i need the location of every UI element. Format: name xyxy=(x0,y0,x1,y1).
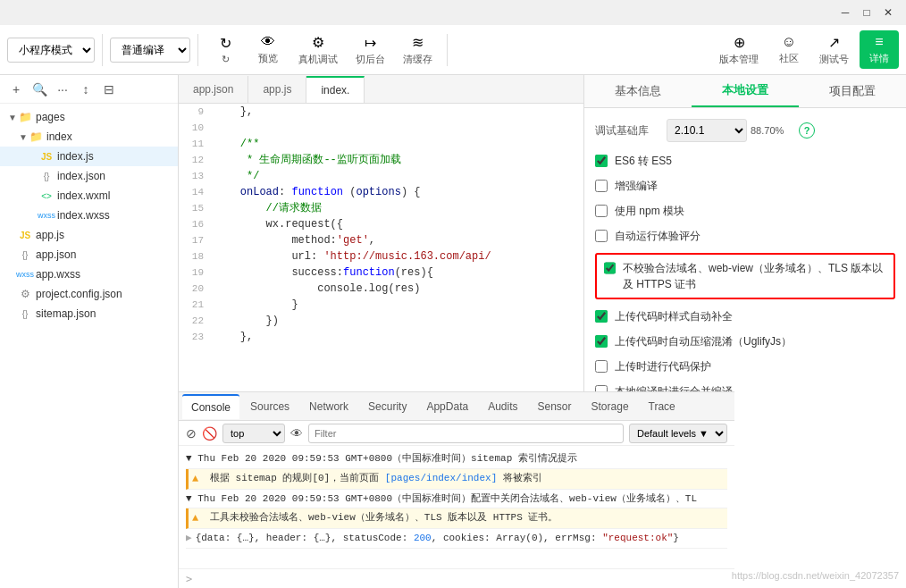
tree-item-sitemap[interactable]: {} sitemap.json xyxy=(0,304,178,323)
tab-index-js[interactable]: index. xyxy=(306,76,365,103)
line-number: 19 xyxy=(179,265,211,281)
protect-checkbox[interactable] xyxy=(595,360,608,373)
divider-1 xyxy=(102,34,103,66)
tab-audits[interactable]: Audits xyxy=(479,394,526,419)
clearcache-button[interactable]: ≋ 清缓存 xyxy=(396,30,440,70)
compile-group: 普通编译 xyxy=(110,38,190,63)
preview-icon: 👁 xyxy=(261,34,275,50)
tree-arrow xyxy=(7,230,18,240)
eye-icon[interactable]: 👁 xyxy=(290,426,303,441)
tab-security[interactable]: Security xyxy=(359,394,415,419)
maximize-button[interactable]: □ xyxy=(856,4,877,21)
tree-arrow xyxy=(29,190,39,201)
tab-basic-info[interactable]: 基本信息 xyxy=(584,75,692,107)
line-content xyxy=(211,120,583,136)
tab-network[interactable]: Network xyxy=(300,394,357,419)
enhanced-checkbox[interactable] xyxy=(595,180,608,192)
context-select[interactable]: top xyxy=(222,424,285,443)
tree-item-index-folder[interactable]: ▼ 📁 index xyxy=(0,127,178,147)
help-button[interactable]: ? xyxy=(799,122,815,139)
tab-sensor[interactable]: Sensor xyxy=(529,394,581,419)
setting-npm: 使用 npm 模块 xyxy=(595,203,895,219)
panel-tabs: 基本信息 本地设置 项目配置 xyxy=(584,75,906,108)
tab-console[interactable]: Console xyxy=(182,394,239,419)
code-line: 23 }, xyxy=(179,329,583,345)
search-file-button[interactable]: 🔍 xyxy=(30,80,48,98)
tree-item-index-js[interactable]: JS index.js xyxy=(0,147,178,166)
code-line: 14 onLoad: function (options) { xyxy=(179,184,583,200)
tab-app-js[interactable]: app.js xyxy=(248,76,306,103)
version-select[interactable]: 2.10.1 xyxy=(667,119,747,142)
sort-button[interactable]: ↕ xyxy=(77,80,95,98)
tab-sources[interactable]: Sources xyxy=(241,394,298,419)
levels-select[interactable]: Default levels ▼ xyxy=(629,424,727,443)
tree-item-app-json[interactable]: {} app.json xyxy=(0,245,178,265)
backend-button[interactable]: ↦ 切后台 xyxy=(348,30,392,70)
tab-project-config[interactable]: 项目配置 xyxy=(799,75,906,107)
line-content: wx.request({ xyxy=(211,216,583,232)
tree-arrow: ▼ xyxy=(18,131,29,142)
more-options-button[interactable]: ··· xyxy=(54,80,71,98)
add-file-button[interactable]: + xyxy=(7,80,25,98)
details-button[interactable]: ≡ 详情 xyxy=(860,30,899,69)
line-number: 23 xyxy=(179,329,211,345)
json-icon: {} xyxy=(18,307,32,321)
log-text: ▼ Thu Feb 20 2020 09:59:53 GMT+0800（中国标准… xyxy=(186,491,727,507)
compress-checkbox[interactable] xyxy=(595,335,608,348)
tab-appdata[interactable]: AppData xyxy=(417,394,477,419)
community-button[interactable]: ☺ 社区 xyxy=(769,30,809,69)
line-content: }, xyxy=(211,104,583,120)
warning-icon: ▲ xyxy=(192,510,206,526)
testid-button[interactable]: ↗ 测试号 xyxy=(812,30,856,70)
minimize-button[interactable]: ─ xyxy=(835,4,856,21)
title-bar: ─ □ ✕ xyxy=(0,0,906,25)
tree-item-index-wxml[interactable]: <> index.wxml xyxy=(0,186,178,206)
mode-select[interactable]: 小程序模式 xyxy=(7,38,95,63)
close-button[interactable]: ✕ xyxy=(877,4,899,21)
clear-icon[interactable]: 🚫 xyxy=(202,426,217,441)
realdevice-icon: ⚙ xyxy=(312,34,324,51)
line-content: success:function(res){ xyxy=(211,265,583,281)
toolbar-right: ⊕ 版本管理 ☺ 社区 ↗ 测试号 ≡ 详情 xyxy=(712,30,899,70)
mode-group: 小程序模式 xyxy=(7,38,95,63)
tree-label: index xyxy=(46,130,72,143)
code-line: 11 /** xyxy=(179,136,583,152)
tree-item-pages[interactable]: ▼ 📁 pages xyxy=(0,107,178,127)
tab-trace[interactable]: Trace xyxy=(640,394,684,419)
tree-arrow xyxy=(7,308,18,319)
tab-storage[interactable]: Storage xyxy=(583,394,638,419)
tab-app-json[interactable]: app.json xyxy=(179,76,248,103)
setting-novalidate-highlight: 不校验合法域名、web-view（业务域名）、TLS 版本以及 HTTPS 证书 xyxy=(595,253,895,299)
tree-item-app-wxss[interactable]: wxss app.wxss xyxy=(0,265,178,284)
log-entry: ▼ Thu Feb 20 2020 09:59:53 GMT+0800（中国标准… xyxy=(186,490,727,509)
log-text: 工具未校验合法域名、web-view（业务域名）、TLS 版本以及 HTTPS … xyxy=(210,510,727,525)
block-icon[interactable]: ⊘ xyxy=(186,426,197,441)
tree-item-app-js[interactable]: JS app.js xyxy=(0,225,178,245)
tree-item-index-wxss[interactable]: wxss index.wxss xyxy=(0,206,178,225)
autoeval-checkbox[interactable] xyxy=(595,230,608,242)
divider-2 xyxy=(197,34,198,66)
npm-checkbox[interactable] xyxy=(595,205,608,217)
refresh-button[interactable]: ↻ ↻ xyxy=(206,31,245,69)
folder-icon: 📁 xyxy=(18,110,32,124)
es6-checkbox[interactable] xyxy=(595,155,608,167)
novalidate-checkbox[interactable] xyxy=(604,262,616,274)
preview-button[interactable]: 👁 预览 xyxy=(248,30,288,69)
compile-select[interactable]: 普通编译 xyxy=(110,38,190,63)
tree-item-project-config[interactable]: ⚙ project.config.json xyxy=(0,284,178,304)
line-number: 16 xyxy=(179,216,211,232)
autofill-checkbox[interactable] xyxy=(595,310,608,323)
version-button[interactable]: ⊕ 版本管理 xyxy=(712,30,766,70)
realdevice-button[interactable]: ⚙ 真机调试 xyxy=(291,30,345,70)
log-text: 根据 sitemap 的规则[0]，当前页面 [pages/index/inde… xyxy=(210,471,727,486)
filter-input[interactable] xyxy=(308,424,624,443)
setting-es6: ES6 转 ES5 xyxy=(595,153,895,169)
code-line: 21 } xyxy=(179,297,583,313)
tab-local-settings[interactable]: 本地设置 xyxy=(692,75,799,107)
sidebar-toolbar: + 🔍 ··· ↕ ⊟ xyxy=(0,75,178,104)
debug-lib-row: 调试基础库 2.10.1 88.70% ? xyxy=(595,119,895,142)
line-number: 18 xyxy=(179,248,211,265)
console-input[interactable] xyxy=(196,573,727,585)
tree-item-index-json[interactable]: {} index.json xyxy=(0,166,178,186)
collapse-button[interactable]: ⊟ xyxy=(100,80,118,98)
